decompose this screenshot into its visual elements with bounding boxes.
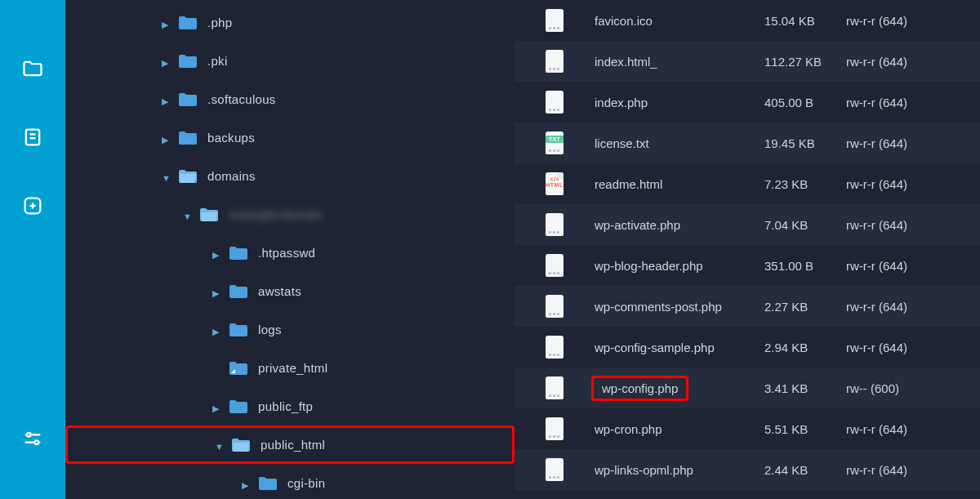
file-size: 7.04 KB (764, 218, 846, 232)
file-name: wp-activate.php (591, 216, 684, 234)
file-icon (546, 417, 591, 440)
chevron-right-icon: ▶ (162, 20, 168, 26)
file-size: 3.41 KB (764, 381, 846, 395)
chevron-right-icon: ▶ (242, 480, 248, 487)
tree-item-label: backups (207, 131, 255, 145)
file-icon: </>HTML (546, 172, 591, 195)
file-size: 7.23 KB (764, 177, 846, 191)
tree-item-label: domains (207, 169, 256, 183)
tree-item-label: .php (207, 16, 232, 29)
file-permissions: rw-r-r (644) (846, 55, 980, 69)
file-name: license.txt (591, 135, 653, 152)
tree-item-domains[interactable]: ▼ domains (65, 157, 514, 195)
file-name: readme.html (591, 176, 666, 193)
file-permissions: rw-r-r (644) (846, 300, 980, 314)
file-size: 112.27 KB (764, 55, 846, 69)
folder-icon (199, 207, 219, 223)
tree-item-awstats[interactable]: ▶ awstats (65, 272, 514, 310)
file-permissions: rw-r-r (644) (846, 463, 980, 477)
tree-item-label: .pki (207, 54, 228, 68)
folder-icon (229, 283, 248, 300)
file-row[interactable]: wp-config.php 3.41 KB rw-- (600) (514, 368, 980, 408)
file-size: 2.94 KB (764, 341, 846, 354)
file-row[interactable]: wp-blog-header.php 351.00 B rw-r-r (644) (514, 245, 980, 286)
file-icon (546, 9, 591, 32)
file-icon (546, 50, 591, 73)
file-row[interactable]: wp-activate.php 7.04 KB rw-r-r (644) (514, 204, 980, 245)
settings-icon[interactable] (20, 427, 45, 450)
tree-item-label: public_html (261, 438, 325, 452)
tree-item-label: private_html (258, 361, 327, 375)
tree-item--htpasswd[interactable]: ▶ .htpasswd (65, 234, 514, 272)
file-size: 5.51 KB (764, 422, 846, 436)
chevron-right-icon: ▶ (212, 327, 219, 333)
chevron-right-icon: ▶ (162, 135, 168, 141)
tree-item-example-domain[interactable]: ▼ example-domain (65, 195, 514, 234)
folder-icon (229, 322, 248, 338)
file-row[interactable]: favicon.ico 15.04 KB rw-r-r (644) (514, 0, 980, 41)
tree-item-private-html[interactable]: private_html (65, 349, 514, 387)
file-icon: TXT (546, 131, 591, 154)
file-icon (546, 91, 591, 114)
add-icon[interactable] (20, 194, 45, 217)
tree-item-public-html[interactable]: ▼ public_html (65, 425, 514, 464)
file-row[interactable]: wp-links-opml.php 2.44 KB rw-r-r (644) (514, 449, 980, 490)
file-row[interactable]: index.php 405.00 B rw-r-r (644) (514, 82, 980, 123)
file-name: index.html_ (591, 53, 661, 70)
file-row[interactable]: index.html_ 112.27 KB rw-r-r (644) (514, 41, 980, 82)
file-icon (546, 295, 591, 318)
chevron-right-icon (212, 365, 219, 372)
tree-item-label: cgi-bin (287, 476, 325, 490)
file-icon (546, 213, 591, 236)
tree-item-label: awstats (258, 284, 301, 298)
folder-icon (229, 360, 248, 376)
file-row[interactable]: wp-comments-post.php 2.27 KB rw-r-r (644… (514, 286, 980, 327)
tree-item-backups[interactable]: ▶ backups (65, 118, 514, 157)
file-icon (546, 458, 591, 481)
svg-point-6 (27, 433, 31, 437)
file-row[interactable]: wp-config-sample.php 2.94 KB rw-r-r (644… (514, 327, 980, 368)
file-permissions: rw-r-r (644) (846, 341, 980, 354)
file-size: 15.04 KB (764, 14, 846, 28)
tree-item-public-ftp[interactable]: ▶ public_ftp (65, 387, 514, 425)
file-name: wp-blog-header.php (591, 257, 706, 274)
folder-icon (178, 15, 198, 31)
chevron-right-icon: ▶ (162, 58, 168, 65)
tree-item--php[interactable]: ▶ .php (65, 3, 514, 42)
chevron-down-icon: ▼ (215, 442, 221, 448)
file-permissions: rw-r-r (644) (846, 96, 980, 109)
chevron-right-icon: ▶ (212, 288, 219, 295)
file-row[interactable]: </>HTML readme.html 7.23 KB rw-r-r (644) (514, 163, 980, 204)
tree-item-label: logs (258, 323, 282, 336)
folder-icon (178, 168, 198, 185)
folder-icon (178, 53, 198, 69)
tree-item--softaculous[interactable]: ▶ .softaculous (65, 80, 514, 118)
tree-item-logs[interactable]: ▶ logs (65, 310, 514, 349)
notes-icon[interactable] (20, 126, 45, 149)
file-row[interactable]: wp-cron.php 5.51 KB rw-r-r (644) (514, 408, 980, 449)
file-name: wp-links-opml.php (591, 461, 697, 479)
folder-icon (231, 437, 251, 453)
file-row[interactable]: TXT license.txt 19.45 KB rw-r-r (644) (514, 123, 980, 163)
file-size: 405.00 B (764, 96, 846, 109)
folder-icon (229, 399, 248, 415)
tree-item-label: example-domain (229, 207, 323, 221)
file-icon (546, 254, 591, 277)
tree-item--pki[interactable]: ▶ .pki (65, 42, 514, 80)
file-name: wp-comments-post.php (591, 298, 725, 315)
file-size: 19.45 KB (764, 136, 846, 150)
file-icon (546, 376, 591, 399)
file-icon (546, 336, 591, 359)
folder-icon (178, 91, 198, 108)
file-permissions: rw-r-r (644) (846, 14, 980, 28)
file-name: favicon.ico (591, 12, 656, 29)
file-name: wp-cron.php (591, 421, 666, 438)
file-name: wp-config.php (591, 376, 688, 401)
files-icon[interactable] (20, 57, 45, 80)
file-permissions: rw-r-r (644) (846, 259, 980, 273)
tree-item-label: .htpasswd (258, 246, 315, 260)
chevron-right-icon: ▶ (212, 250, 219, 256)
chevron-right-icon: ▶ (212, 403, 219, 410)
tree-item-cgi-bin[interactable]: ▶ cgi-bin (65, 464, 514, 499)
tree-item-label: public_ftp (258, 399, 313, 413)
